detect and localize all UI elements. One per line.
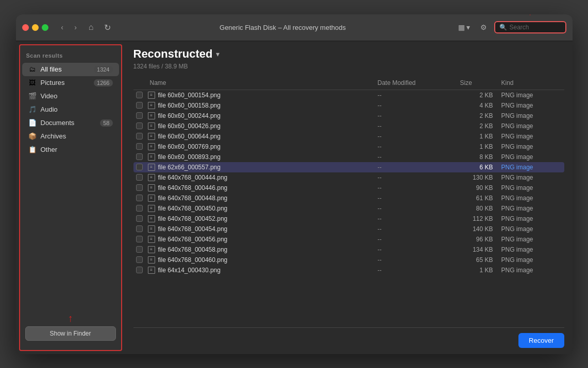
row-checkbox-11[interactable] (133, 205, 146, 212)
checkbox-3[interactable] (136, 122, 143, 129)
row-checkbox-12[interactable] (133, 215, 146, 222)
toolbar-right: ▦ ▾ ⚙ ↑ 🔍 (455, 21, 566, 33)
row-kind-16: PNG image (497, 256, 564, 264)
file-icon-4: ≡ (148, 133, 155, 140)
checkbox-14[interactable] (136, 236, 143, 242)
sidebar-item-video[interactable]: 🎬 Video (22, 90, 119, 103)
audio-icon: 🎵 (28, 106, 37, 114)
table-row[interactable]: ≡ file 640x768_000460.png -- 65 KB PNG i… (133, 255, 564, 265)
row-kind-4: PNG image (497, 133, 564, 140)
checkbox-17[interactable] (136, 267, 143, 273)
search-input[interactable] (510, 24, 561, 31)
row-checkbox-1[interactable] (133, 102, 146, 109)
forward-button[interactable]: › (70, 22, 81, 33)
sidebar-item-other[interactable]: 📋 Other (22, 143, 119, 156)
checkbox-16[interactable] (136, 256, 143, 263)
filter-button[interactable]: ⚙ (477, 21, 490, 33)
row-checkbox-10[interactable] (133, 195, 146, 201)
row-checkbox-15[interactable] (133, 246, 146, 253)
row-checkbox-9[interactable] (133, 184, 146, 191)
row-checkbox-14[interactable] (133, 236, 146, 242)
row-kind-2: PNG image (497, 112, 564, 119)
search-box[interactable]: 🔍 (494, 21, 566, 33)
show-in-finder-button[interactable]: Show in Finder (25, 326, 116, 341)
row-kind-3: PNG image (497, 122, 564, 130)
close-button[interactable] (22, 24, 29, 31)
table-row[interactable]: ≡ file 64x14_000430.png -- 1 KB PNG imag… (133, 265, 564, 275)
row-date-3: -- (374, 122, 456, 130)
checkbox-6[interactable] (136, 153, 143, 160)
file-icon-10: ≡ (148, 195, 155, 202)
table-row[interactable]: ≡ file 60x60_000154.png -- 2 KB PNG imag… (133, 90, 564, 100)
minimize-button[interactable] (32, 24, 39, 31)
checkbox-9[interactable] (136, 184, 143, 191)
row-kind-5: PNG image (497, 143, 564, 150)
row-name-3: ≡ file 60x60_000426.png (146, 122, 374, 130)
sidebar-item-archives[interactable]: 📦 Archives (22, 130, 119, 143)
row-checkbox-16[interactable] (133, 256, 146, 263)
table-row[interactable]: ≡ file 60x60_000426.png -- 2 KB PNG imag… (133, 121, 564, 131)
table-row[interactable]: ≡ file 640x768_000444.png -- 130 KB PNG … (133, 172, 564, 183)
table-row[interactable]: ≡ file 60x60_000769.png -- 1 KB PNG imag… (133, 142, 564, 152)
checkbox-7[interactable] (136, 164, 143, 170)
search-arrow-indicator: ↑ (528, 14, 533, 18)
file-icon-16: ≡ (148, 256, 155, 264)
table-row[interactable]: ≡ file 60x60_000158.png -- 4 KB PNG imag… (133, 100, 564, 111)
sidebar-item-audio[interactable]: 🎵 Audio (22, 103, 119, 116)
row-date-15: -- (374, 246, 456, 253)
title-dropdown-icon[interactable]: ▾ (216, 50, 220, 58)
checkbox-15[interactable] (136, 246, 143, 253)
row-filename-3: file 60x60_000426.png (158, 122, 221, 130)
maximize-button[interactable] (42, 24, 48, 31)
checkbox-2[interactable] (136, 112, 143, 119)
row-name-5: ≡ file 60x60_000769.png (146, 143, 374, 150)
checkbox-8[interactable] (136, 174, 143, 181)
row-name-15: ≡ file 640x768_000458.png (146, 246, 374, 253)
checkbox-12[interactable] (136, 215, 143, 222)
col-name[interactable]: Name (146, 79, 374, 86)
checkbox-1[interactable] (136, 102, 143, 109)
row-checkbox-6[interactable] (133, 153, 146, 160)
checkbox-5[interactable] (136, 143, 143, 150)
table-row[interactable]: ≡ file 640x768_000458.png -- 134 KB PNG … (133, 244, 564, 255)
table-row[interactable]: ≡ file 60x60_000244.png -- 2 KB PNG imag… (133, 111, 564, 121)
checkbox-10[interactable] (136, 195, 143, 201)
row-checkbox-17[interactable] (133, 267, 146, 273)
recover-button[interactable]: Recover (518, 333, 564, 348)
checkbox-11[interactable] (136, 205, 143, 212)
checkbox-13[interactable] (136, 225, 143, 232)
table-row[interactable]: ≡ file 640x768_000454.png -- 140 KB PNG … (133, 224, 564, 234)
table-row[interactable]: ≡ file 640x768_000452.png -- 112 KB PNG … (133, 214, 564, 224)
checkbox-4[interactable] (136, 133, 143, 139)
table-row[interactable]: ≡ file 60x60_000893.png -- 8 KB PNG imag… (133, 152, 564, 162)
row-checkbox-7[interactable] (133, 164, 146, 170)
table-row[interactable]: ≡ file 640x768_000450.png -- 80 KB PNG i… (133, 203, 564, 214)
view-button[interactable]: ▦ ▾ (455, 21, 473, 33)
row-name-8: ≡ file 640x768_000444.png (146, 174, 374, 181)
back-button[interactable]: ‹ (57, 22, 68, 33)
table-row[interactable]: ≡ file 60x60_000644.png -- 1 KB PNG imag… (133, 131, 564, 142)
home-button[interactable]: ⌂ (86, 22, 97, 33)
file-icon-12: ≡ (148, 215, 155, 222)
row-checkbox-0[interactable] (133, 92, 146, 98)
row-checkbox-4[interactable] (133, 133, 146, 139)
row-kind-12: PNG image (497, 215, 564, 222)
row-date-17: -- (374, 267, 456, 274)
table-row[interactable]: ≡ file 640x768_000446.png -- 90 KB PNG i… (133, 183, 564, 193)
checkbox-0[interactable] (136, 92, 143, 98)
sidebar-item-documents[interactable]: 📄 Documents 58 (22, 116, 119, 130)
row-checkbox-8[interactable] (133, 174, 146, 181)
row-checkbox-5[interactable] (133, 143, 146, 150)
refresh-icon: ↻ (104, 23, 111, 32)
sidebar-item-all-files[interactable]: 🗂 All files 1324 (22, 63, 119, 76)
file-table: Name Date Modified Size Kind ≡ file 60x6… (133, 76, 564, 325)
row-kind-8: PNG image (497, 174, 564, 181)
table-row[interactable]: ≡ file 640x768_000448.png -- 61 KB PNG i… (133, 193, 564, 203)
table-row[interactable]: ≡ file 640x768_000456.png -- 96 KB PNG i… (133, 234, 564, 244)
row-checkbox-2[interactable] (133, 112, 146, 119)
table-row[interactable]: ≡ file 62x66_000557.png -- 6 KB PNG imag… (133, 162, 564, 172)
row-checkbox-13[interactable] (133, 225, 146, 232)
row-checkbox-3[interactable] (133, 122, 146, 129)
row-filename-9: file 640x768_000446.png (158, 184, 228, 191)
sidebar-item-pictures[interactable]: 🖼 Pictures 1266 (22, 76, 119, 90)
